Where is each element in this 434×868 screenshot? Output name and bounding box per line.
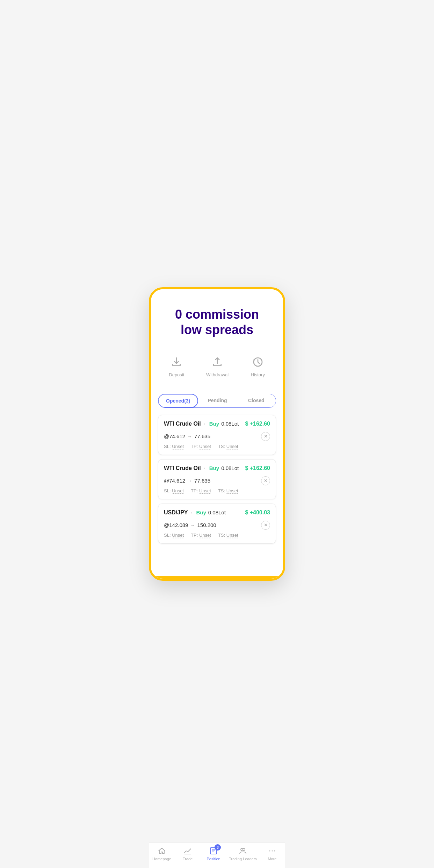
history-button[interactable]: History [251, 355, 265, 377]
lot-size-2: 0.08Lot [208, 509, 226, 515]
profit-1: $ +162.60 [245, 465, 270, 471]
phone-frame: 0 commission low spreads Deposit [149, 287, 285, 580]
tab-pending[interactable]: Pending [198, 394, 237, 407]
withdrawal-icon [210, 355, 225, 369]
tp-item-1: TP: Unset [191, 488, 211, 493]
chevron-2: › [190, 510, 192, 515]
card-left-2: USD/JPY › Buy 0.08Lot [164, 509, 226, 516]
asset-name-2: USD/JPY [164, 509, 188, 516]
tp-item-2: TP: Unset [191, 533, 211, 538]
price-row-1: @74.612 → 77.635 [164, 478, 261, 484]
entry-price-1: @74.612 [164, 478, 185, 484]
history-label: History [251, 372, 265, 377]
sl-tp-row-1: SL: Unset TP: Unset TS: Unset [164, 488, 270, 493]
current-price-2: 150.200 [197, 522, 216, 528]
history-icon [251, 355, 265, 369]
withdrawal-label: Withdrawal [206, 372, 229, 377]
card-left-1: WTI Crude Oil › Buy 0.08Lot [164, 465, 239, 471]
deposit-icon [169, 355, 184, 369]
ts-item-0: TS: Unset [218, 444, 238, 449]
close-button-0[interactable]: ✕ [261, 432, 270, 441]
chevron-1: › [204, 466, 205, 471]
card-top-2: USD/JPY › Buy 0.08Lot $ +400.03 [164, 509, 270, 516]
hero-section: 0 commission low spreads [151, 289, 283, 347]
hero-title: 0 commission low spreads [161, 307, 273, 337]
card-bottom-2: @142.089 → 150.200 ✕ [164, 521, 270, 530]
lot-size-1: 0.08Lot [221, 465, 239, 471]
card-bottom-1: @74.612 → 77.635 ✕ [164, 476, 270, 485]
close-button-2[interactable]: ✕ [261, 521, 270, 530]
card-bottom-0: @74.612 → 77.635 ✕ [164, 432, 270, 441]
tabs: Opened(3) Pending Closed [158, 394, 276, 408]
trade-card-0: WTI Crude Oil › Buy 0.08Lot $ +162.60 @7… [158, 415, 276, 455]
trade-cards: WTI Crude Oil › Buy 0.08Lot $ +162.60 @7… [151, 411, 283, 579]
profit-2: $ +400.03 [245, 509, 270, 516]
card-top-0: WTI Crude Oil › Buy 0.08Lot $ +162.60 [164, 421, 270, 427]
trade-type-2: Buy [196, 509, 206, 515]
tab-closed[interactable]: Closed [237, 394, 276, 407]
ts-item-2: TS: Unset [218, 533, 238, 538]
card-left-0: WTI Crude Oil › Buy 0.08Lot [164, 421, 239, 427]
trade-card-1: WTI Crude Oil › Buy 0.08Lot $ +162.60 @7… [158, 459, 276, 499]
trade-card-2: USD/JPY › Buy 0.08Lot $ +400.03 @142.089… [158, 504, 276, 544]
current-price-1: 77.635 [194, 478, 210, 484]
ts-item-1: TS: Unset [218, 488, 238, 493]
trade-type-1: Buy [209, 465, 219, 471]
entry-price-0: @74.612 [164, 433, 185, 439]
action-row: Deposit Withdrawal [151, 348, 283, 388]
price-row-0: @74.612 → 77.635 [164, 433, 261, 439]
arrow-2: → [190, 522, 195, 528]
card-top-1: WTI Crude Oil › Buy 0.08Lot $ +162.60 [164, 465, 270, 471]
tabs-section: Opened(3) Pending Closed [151, 388, 283, 411]
trade-type-0: Buy [209, 421, 219, 427]
deposit-label: Deposit [169, 372, 184, 377]
price-row-2: @142.089 → 150.200 [164, 522, 261, 528]
asset-name-0: WTI Crude Oil [164, 421, 201, 427]
tab-opened[interactable]: Opened(3) [158, 394, 198, 408]
chevron-0: › [204, 421, 205, 426]
entry-price-2: @142.089 [164, 522, 188, 528]
sl-item-0: SL: Unset [164, 444, 184, 449]
current-price-0: 77.635 [194, 433, 210, 439]
arrow-1: → [187, 478, 192, 484]
profit-0: $ +162.60 [245, 421, 270, 427]
sl-item-1: SL: Unset [164, 488, 184, 493]
arrow-0: → [187, 434, 192, 439]
close-button-1[interactable]: ✕ [261, 476, 270, 485]
sl-tp-row-2: SL: Unset TP: Unset TS: Unset [164, 533, 270, 538]
sl-item-2: SL: Unset [164, 533, 184, 538]
deposit-button[interactable]: Deposit [169, 355, 184, 377]
withdrawal-button[interactable]: Withdrawal [206, 355, 229, 377]
tp-item-0: TP: Unset [191, 444, 211, 449]
lot-size-0: 0.08Lot [221, 421, 239, 427]
asset-name-1: WTI Crude Oil [164, 465, 201, 471]
sl-tp-row-0: SL: Unset TP: Unset TS: Unset [164, 444, 270, 449]
screen: 0 commission low spreads Deposit [151, 289, 283, 578]
